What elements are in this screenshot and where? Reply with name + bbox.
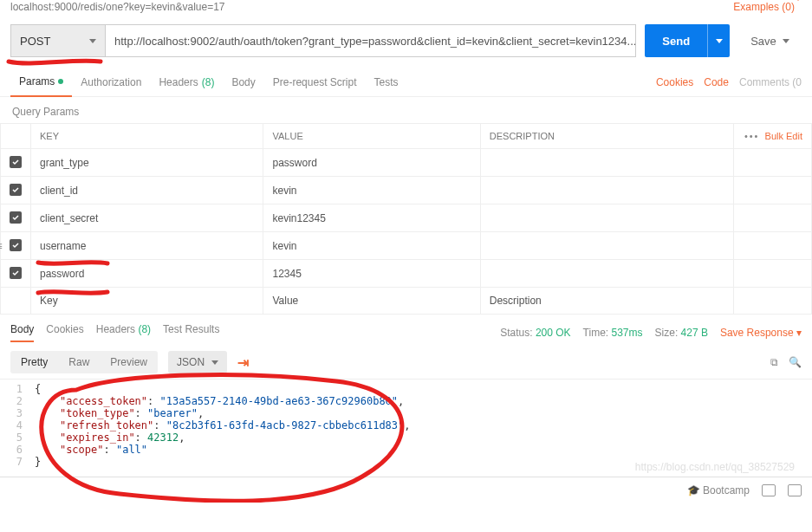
line-number: 3	[0, 407, 35, 419]
resp-tab-cookies[interactable]: Cookies	[46, 323, 83, 342]
cell-key[interactable]: grant_type	[31, 149, 263, 177]
chevron-down-icon	[716, 39, 723, 43]
view-raw[interactable]: Raw	[58, 351, 100, 373]
line-number: 6	[0, 444, 35, 456]
view-mode-group: Pretty Raw Preview	[10, 351, 158, 373]
send-options-button[interactable]	[707, 24, 730, 57]
row-checkbox[interactable]	[10, 184, 22, 196]
chevron-down-icon	[211, 360, 218, 365]
cell-desc[interactable]	[480, 260, 733, 288]
cell-value[interactable]: password	[263, 149, 480, 177]
value-input[interactable]: Value	[263, 288, 480, 315]
table-row: grant_type password	[1, 149, 812, 177]
col-key: KEY	[31, 124, 263, 149]
resp-tab-headers[interactable]: Headers (8)	[96, 323, 151, 342]
table-row: ≡ username kevin	[1, 232, 812, 260]
cell-desc[interactable]	[480, 177, 733, 204]
watermark: https://blog.csdn.net/qq_38527529	[635, 461, 795, 473]
cell-value[interactable]: kevin12345	[263, 204, 480, 232]
cell-key[interactable]: username	[31, 232, 263, 260]
cell-key[interactable]: password	[31, 260, 263, 288]
resp-tab-testresults[interactable]: Test Results	[163, 323, 219, 342]
http-method-select[interactable]: POST	[10, 24, 106, 57]
row-checkbox[interactable]	[10, 239, 22, 251]
format-select[interactable]: JSON	[168, 351, 227, 373]
view-preview[interactable]: Preview	[100, 351, 158, 373]
chevron-down-icon	[795, 0, 802, 13]
time-field: Time: 537ms	[583, 327, 643, 339]
query-params-table: KEY VALUE DESCRIPTION ••• Bulk Edit gran…	[0, 123, 812, 315]
cell-value[interactable]: 12345	[263, 260, 480, 288]
query-params-title: Query Params	[0, 97, 812, 123]
resp-tab-body[interactable]: Body	[10, 323, 34, 342]
cookies-link[interactable]: Cookies	[656, 76, 693, 88]
chevron-down-icon	[783, 39, 789, 43]
line-number: 4	[0, 419, 35, 431]
table-row-new: Key Value Description	[1, 288, 812, 315]
count-badge: (8)	[138, 323, 151, 335]
line-number: 2	[0, 395, 35, 407]
request-tabs: Params Authorization Headers (8) Body Pr…	[0, 68, 812, 97]
status-bar: 🎓 Bootcamp	[0, 477, 812, 503]
format-label: JSON	[177, 356, 205, 368]
status-field: Status: 200 OK	[500, 327, 570, 339]
desc-input[interactable]: Description	[480, 288, 733, 315]
table-row: password 12345	[1, 260, 812, 288]
key-input[interactable]: Key	[31, 288, 263, 315]
cell-value[interactable]: kevin	[263, 232, 480, 260]
breadcrumb: localhost:9000/redis/one?key=kevin&value…	[10, 1, 733, 13]
response-header: Body Cookies Headers (8) Test Results St…	[0, 315, 812, 342]
row-checkbox[interactable]	[10, 211, 22, 224]
modified-dot-icon	[58, 79, 63, 84]
cell-desc[interactable]	[480, 149, 733, 177]
size-field: Size: 427 B	[655, 327, 708, 339]
more-icon[interactable]: •••	[744, 131, 760, 141]
wrap-lines-icon[interactable]: ⇥	[237, 354, 249, 371]
tab-authorization[interactable]: Authorization	[72, 68, 150, 97]
line-number: 1	[0, 383, 35, 395]
http-method-value: POST	[20, 35, 50, 48]
table-row: client_secret kevin12345	[1, 204, 812, 232]
tab-label: Headers	[159, 76, 198, 88]
chevron-down-icon	[89, 39, 96, 43]
save-response-button[interactable]: Save Response ▾	[720, 327, 802, 339]
bootcamp-link[interactable]: 🎓 Bootcamp	[687, 484, 750, 496]
url-input[interactable]: http://localhost:9002/auth/oauth/token?g…	[106, 24, 636, 57]
examples-label: Examples (0)	[733, 1, 795, 13]
row-checkbox[interactable]	[10, 267, 22, 279]
examples-link[interactable]: Examples (0)	[733, 1, 802, 13]
comments-link[interactable]: Comments (0	[739, 76, 802, 88]
save-label: Save	[750, 35, 776, 48]
search-icon[interactable]: 🔍	[789, 356, 802, 368]
panel-toggle-icon[interactable]	[788, 484, 802, 496]
cell-desc[interactable]	[480, 232, 733, 260]
copy-icon[interactable]: ⧉	[770, 356, 778, 368]
cell-desc[interactable]	[480, 204, 733, 232]
save-button[interactable]: Save	[738, 24, 802, 57]
bulk-edit-link[interactable]: Bulk Edit	[765, 131, 802, 141]
col-value: VALUE	[263, 124, 480, 149]
col-description: DESCRIPTION	[480, 124, 733, 149]
code-link[interactable]: Code	[704, 76, 729, 88]
send-button[interactable]: Send	[645, 24, 707, 57]
panel-toggle-icon[interactable]	[762, 484, 776, 496]
line-number: 5	[0, 431, 35, 444]
tab-headers[interactable]: Headers (8)	[150, 68, 223, 97]
count-badge: (8)	[202, 76, 215, 88]
tab-label: Params	[19, 75, 55, 88]
checkbox-header	[1, 124, 31, 149]
cell-key[interactable]: client_id	[31, 177, 263, 204]
tab-tests[interactable]: Tests	[365, 68, 406, 97]
row-checkbox[interactable]	[10, 156, 22, 168]
drag-handle-icon[interactable]: ≡	[0, 239, 3, 253]
cell-key[interactable]: client_secret	[31, 204, 263, 232]
tab-body[interactable]: Body	[223, 68, 263, 97]
tab-params[interactable]: Params	[10, 68, 72, 97]
tab-prerequest[interactable]: Pre-request Script	[264, 68, 366, 97]
line-number: 7	[0, 456, 35, 468]
cell-value[interactable]: kevin	[263, 177, 480, 204]
tab-label: Headers	[96, 323, 135, 335]
table-row: client_id kevin	[1, 177, 812, 204]
view-pretty[interactable]: Pretty	[10, 351, 58, 373]
